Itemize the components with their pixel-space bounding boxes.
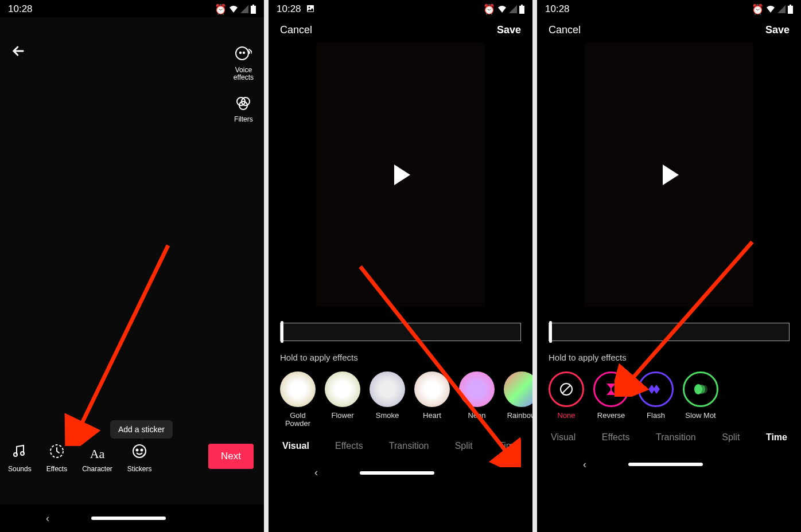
tooltip-add-sticker: Add a sticker — [110, 420, 173, 439]
save-button[interactable]: Save — [497, 24, 521, 36]
svg-rect-17 — [519, 6, 524, 14]
timeline-cursor[interactable] — [549, 321, 552, 343]
voice-effects-icon — [235, 45, 252, 64]
nav-back-icon[interactable]: ‹ — [46, 513, 49, 525]
editor-top-bar: Cancel Save — [269, 17, 532, 43]
effects-label: Effects — [46, 465, 67, 473]
nav-home-pill[interactable] — [360, 471, 434, 475]
battery-icon — [788, 5, 793, 14]
side-options: Voice effects Filters — [234, 45, 254, 124]
svg-rect-18 — [521, 5, 523, 6]
effect-label: Rainbow — [507, 412, 532, 420]
video-preview[interactable] — [585, 43, 753, 307]
effect-label: Neon — [468, 412, 485, 420]
none-icon — [549, 371, 584, 407]
nav-home-pill[interactable] — [628, 463, 703, 466]
tab-effects[interactable]: Effects — [335, 441, 363, 451]
effect-label: Reverse — [597, 412, 625, 420]
sounds-button[interactable]: Sounds — [8, 443, 32, 473]
nav-home-pill[interactable] — [91, 517, 166, 520]
tab-transition[interactable]: Transition — [656, 432, 696, 443]
wifi-icon — [766, 5, 775, 13]
tab-transition[interactable]: Transition — [389, 441, 429, 451]
effect-thumb — [459, 371, 495, 407]
status-icons: ⏰ — [215, 3, 256, 15]
effect-label: Gold Powder — [285, 412, 310, 428]
music-icon — [11, 443, 28, 461]
timeline-cursor[interactable] — [281, 321, 283, 343]
svg-point-11 — [133, 445, 146, 457]
effect-label: Smoke — [376, 412, 399, 420]
timeline[interactable] — [280, 323, 521, 341]
next-button[interactable]: Next — [208, 444, 254, 469]
battery-icon — [519, 5, 524, 14]
svg-point-26 — [702, 385, 707, 393]
svg-point-9 — [21, 452, 24, 455]
filters-label: Filters — [234, 116, 253, 123]
signal-icon — [509, 5, 517, 13]
timeline[interactable] — [549, 323, 790, 341]
tab-effects[interactable]: Effects — [602, 432, 630, 443]
time-effect-none[interactable]: None — [549, 371, 584, 420]
effect-label: Slow Mot — [685, 412, 716, 420]
svg-point-8 — [14, 453, 17, 456]
screen-edit-main: 10:28 ⏰ Voice effects — [0, 0, 264, 532]
character-button[interactable]: Aa Character — [82, 447, 112, 473]
annotation-arrow — [62, 240, 177, 446]
effect-rainbow[interactable]: Rainbow — [504, 371, 532, 428]
effect-flower[interactable]: Flower — [325, 371, 360, 428]
svg-point-2 — [236, 47, 248, 60]
time-effect-slowmo[interactable]: Slow Mot — [683, 371, 718, 420]
stickers-label: Stickers — [127, 465, 152, 473]
save-button[interactable]: Save — [765, 24, 790, 36]
status-time: 10:28 — [545, 3, 570, 15]
tab-split[interactable]: Split — [722, 432, 740, 443]
video-preview[interactable] — [316, 43, 485, 307]
filters-button[interactable]: Filters — [234, 95, 253, 123]
tab-visual[interactable]: Visual — [282, 441, 309, 451]
effect-label: Flower — [331, 412, 353, 420]
effect-neon[interactable]: Neon — [459, 371, 495, 428]
alarm-icon: ⏰ — [752, 3, 764, 15]
tab-split[interactable]: Split — [455, 441, 473, 451]
effect-heart[interactable]: Heart — [414, 371, 450, 428]
svg-rect-21 — [790, 5, 791, 6]
status-bar: 10:28 ⏰ — [537, 0, 801, 17]
status-icons: ⏰ — [752, 3, 793, 15]
status-bar: 10:28 ⏰ — [0, 0, 264, 17]
tooltip-text: Add a sticker — [118, 425, 165, 434]
tab-visual[interactable]: Visual — [551, 432, 576, 443]
effects-button[interactable]: Effects — [46, 443, 67, 473]
nav-back-icon[interactable]: ‹ — [314, 467, 318, 479]
stickers-button[interactable]: Stickers — [127, 443, 152, 473]
time-effect-reverse[interactable]: Reverse — [593, 371, 629, 420]
effect-tabs: Visual Effects Transition Split Time — [269, 428, 532, 459]
android-nav-bar: ‹ — [269, 459, 532, 487]
visual-effects-row: Gold Powder Flower Smoke Heart Neon Rain… — [269, 369, 532, 428]
status-bar: 10:28 ⏰ — [269, 0, 532, 17]
android-nav-bar: ‹ — [537, 451, 801, 478]
effect-label: Flash — [647, 412, 665, 420]
effect-label: Heart — [423, 412, 441, 420]
effect-label: None — [557, 412, 575, 420]
time-effect-flash[interactable]: Flash — [638, 371, 674, 420]
text-icon: Aa — [90, 447, 105, 461]
effect-smoke[interactable]: Smoke — [370, 371, 405, 428]
tab-time[interactable]: Time — [766, 432, 787, 443]
signal-icon — [777, 5, 786, 13]
svg-rect-20 — [788, 6, 793, 14]
wifi-icon — [229, 5, 238, 13]
cancel-button[interactable]: Cancel — [280, 24, 312, 36]
svg-point-4 — [243, 52, 244, 53]
svg-line-23 — [562, 385, 570, 393]
effect-thumb — [414, 371, 450, 407]
nav-back-icon[interactable]: ‹ — [583, 459, 586, 471]
effect-gold-powder[interactable]: Gold Powder — [280, 371, 316, 428]
back-button[interactable] — [10, 43, 26, 63]
cancel-button[interactable]: Cancel — [549, 24, 581, 36]
tab-time[interactable]: Time — [499, 441, 519, 451]
play-icon — [663, 165, 679, 185]
time-effects-row: None Reverse Flash Slow Mot — [537, 369, 801, 420]
effect-tabs: Visual Effects Transition Split Time — [537, 420, 801, 451]
voice-effects-button[interactable]: Voice effects — [234, 45, 254, 81]
